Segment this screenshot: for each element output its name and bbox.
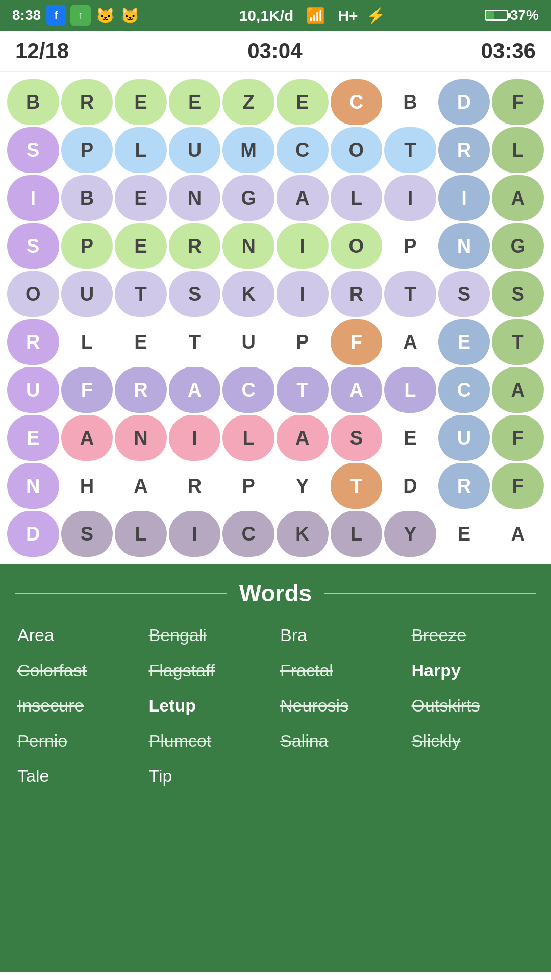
grid-cell[interactable]: T: [331, 463, 383, 509]
grid-cell[interactable]: B: [7, 79, 59, 125]
grid-cell[interactable]: A: [115, 463, 167, 509]
grid-cell[interactable]: A: [492, 511, 544, 557]
grid-cell[interactable]: S: [438, 271, 490, 317]
grid-cell[interactable]: R: [438, 463, 490, 509]
grid-cell[interactable]: U: [7, 367, 59, 413]
grid-cell[interactable]: L: [115, 127, 167, 173]
grid-cell[interactable]: C: [222, 367, 274, 413]
grid-cell[interactable]: L: [222, 415, 274, 461]
grid-cell[interactable]: L: [331, 175, 383, 221]
grid-cell[interactable]: M: [222, 127, 274, 173]
grid-cell[interactable]: A: [169, 367, 221, 413]
grid-cell[interactable]: D: [438, 79, 490, 125]
grid-cell[interactable]: A: [384, 319, 436, 365]
grid-cell[interactable]: I: [277, 223, 329, 269]
grid-cell[interactable]: F: [492, 79, 544, 125]
grid-cell[interactable]: Y: [384, 511, 436, 557]
grid-cell[interactable]: E: [115, 79, 167, 125]
grid-cell[interactable]: F: [331, 319, 383, 365]
grid-cell[interactable]: P: [384, 223, 436, 269]
grid-cell[interactable]: O: [7, 271, 59, 317]
grid-cell[interactable]: P: [222, 463, 274, 509]
grid-cell[interactable]: A: [277, 415, 329, 461]
grid-cell[interactable]: E: [115, 175, 167, 221]
grid-cell[interactable]: B: [61, 175, 113, 221]
grid-cell[interactable]: E: [169, 79, 221, 125]
grid-cell[interactable]: N: [115, 415, 167, 461]
grid-cell[interactable]: U: [61, 271, 113, 317]
grid-cell[interactable]: T: [492, 319, 544, 365]
grid-cell[interactable]: T: [169, 319, 221, 365]
grid-cell[interactable]: S: [7, 223, 59, 269]
grid-cell[interactable]: E: [115, 223, 167, 269]
grid-cell[interactable]: R: [7, 319, 59, 365]
grid-cell[interactable]: F: [492, 415, 544, 461]
grid-cell[interactable]: L: [384, 367, 436, 413]
grid-cell[interactable]: I: [438, 175, 490, 221]
grid-cell[interactable]: D: [7, 511, 59, 557]
grid-cell[interactable]: L: [492, 127, 544, 173]
grid-cell[interactable]: E: [277, 79, 329, 125]
grid-cell[interactable]: G: [492, 223, 544, 269]
grid-cell[interactable]: I: [169, 415, 221, 461]
grid-cell[interactable]: S: [169, 271, 221, 317]
grid-cell[interactable]: I: [277, 271, 329, 317]
grid-cell[interactable]: K: [222, 271, 274, 317]
grid-cell[interactable]: E: [115, 319, 167, 365]
grid-cell[interactable]: N: [222, 223, 274, 269]
grid-cell[interactable]: R: [61, 79, 113, 125]
grid-cell[interactable]: O: [331, 223, 383, 269]
grid-cell[interactable]: F: [61, 367, 113, 413]
grid-cell[interactable]: T: [115, 271, 167, 317]
grid-cell[interactable]: N: [438, 223, 490, 269]
grid-cell[interactable]: L: [331, 511, 383, 557]
grid-cell[interactable]: P: [61, 223, 113, 269]
grid-cell[interactable]: T: [384, 271, 436, 317]
grid-cell[interactable]: U: [222, 319, 274, 365]
grid-cell[interactable]: S: [7, 127, 59, 173]
grid-cell[interactable]: P: [61, 127, 113, 173]
grid-cell[interactable]: R: [438, 127, 490, 173]
grid-cell[interactable]: R: [115, 367, 167, 413]
grid-cell[interactable]: L: [115, 511, 167, 557]
grid-cell[interactable]: C: [438, 367, 490, 413]
grid-cell[interactable]: R: [169, 223, 221, 269]
grid-cell[interactable]: S: [61, 511, 113, 557]
grid-cell[interactable]: I: [169, 511, 221, 557]
grid-cell[interactable]: P: [277, 319, 329, 365]
grid-cell[interactable]: I: [384, 175, 436, 221]
grid-cell[interactable]: H: [61, 463, 113, 509]
grid-cell[interactable]: Y: [277, 463, 329, 509]
grid-cell[interactable]: E: [438, 511, 490, 557]
grid-cell[interactable]: C: [331, 79, 383, 125]
grid-cell[interactable]: G: [222, 175, 274, 221]
grid-cell[interactable]: A: [492, 367, 544, 413]
grid-cell[interactable]: A: [61, 415, 113, 461]
grid-cell[interactable]: D: [384, 463, 436, 509]
grid-cell[interactable]: T: [384, 127, 436, 173]
grid-cell[interactable]: R: [169, 463, 221, 509]
grid-cell[interactable]: R: [331, 271, 383, 317]
grid-cell[interactable]: E: [438, 319, 490, 365]
grid-cell[interactable]: U: [169, 127, 221, 173]
grid-cell[interactable]: C: [277, 127, 329, 173]
grid-cell[interactable]: E: [7, 415, 59, 461]
grid-cell[interactable]: O: [331, 127, 383, 173]
grid-cell[interactable]: A: [277, 175, 329, 221]
grid-cell[interactable]: L: [61, 319, 113, 365]
grid-cell[interactable]: C: [222, 511, 274, 557]
grid-cell[interactable]: S: [492, 271, 544, 317]
grid-cell[interactable]: N: [7, 463, 59, 509]
grid-cell[interactable]: A: [331, 367, 383, 413]
grid-cell[interactable]: S: [331, 415, 383, 461]
grid-cell[interactable]: B: [384, 79, 436, 125]
grid-cell[interactable]: Z: [222, 79, 274, 125]
grid-cell[interactable]: A: [492, 175, 544, 221]
grid-cell[interactable]: E: [384, 415, 436, 461]
grid-cell[interactable]: F: [492, 463, 544, 509]
grid-cell[interactable]: T: [277, 367, 329, 413]
grid-cell[interactable]: U: [438, 415, 490, 461]
grid-cell[interactable]: K: [277, 511, 329, 557]
grid-cell[interactable]: N: [169, 175, 221, 221]
grid-cell[interactable]: I: [7, 175, 59, 221]
